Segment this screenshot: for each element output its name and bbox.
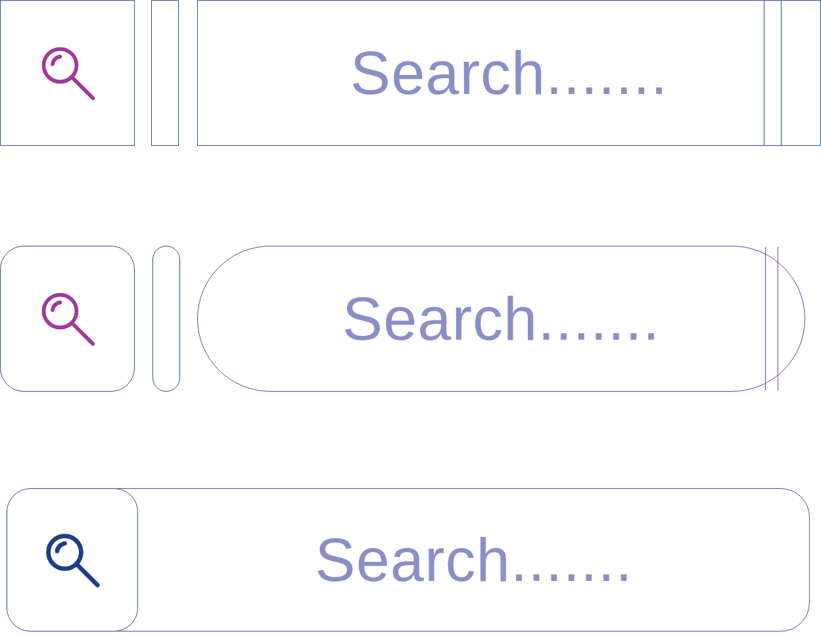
search-icon-button[interactable]	[0, 0, 135, 146]
svg-line-5	[78, 565, 98, 586]
search-icon	[41, 528, 104, 591]
search-input[interactable]: Search.......	[197, 246, 805, 392]
search-divider	[151, 0, 179, 146]
search-icon	[36, 287, 99, 350]
search-placeholder: Search.......	[342, 285, 660, 354]
search-placeholder-area: Search.......	[138, 488, 810, 632]
search-placeholder: Search.......	[350, 39, 668, 108]
svg-line-3	[72, 324, 93, 344]
search-icon-button[interactable]	[0, 246, 135, 392]
search-divider	[152, 246, 180, 392]
search-icon-button[interactable]	[7, 488, 138, 632]
search-placeholder: Search.......	[315, 526, 632, 595]
svg-line-1	[72, 78, 93, 99]
search-handle	[764, 0, 782, 146]
search-input[interactable]: Search.......	[197, 0, 821, 146]
search-icon	[36, 41, 99, 104]
search-handle	[765, 247, 778, 390]
